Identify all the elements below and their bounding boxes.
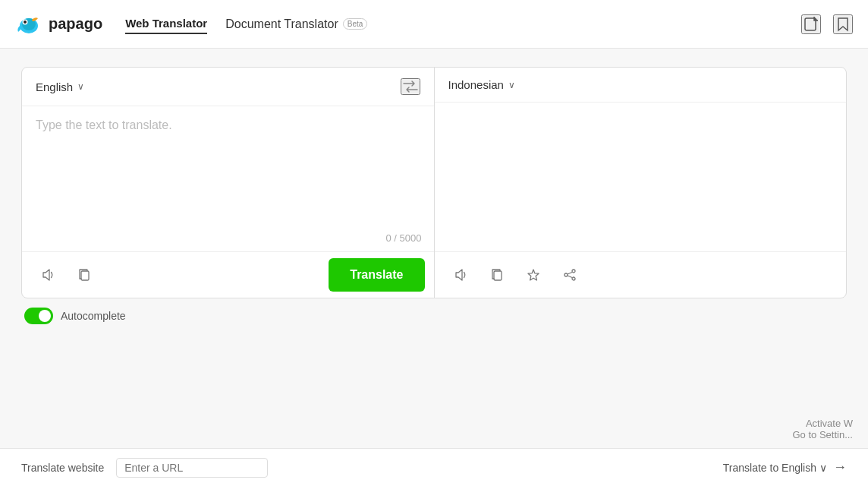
bottom-bar: Translate website Translate to English ∨… — [0, 448, 868, 486]
autocomplete-row: Autocomplete — [21, 298, 847, 324]
nav-web-translator[interactable]: Web Translator — [125, 14, 207, 34]
translator-container: English ∨ 0 / 5000 — [21, 67, 847, 298]
autocomplete-toggle[interactable] — [24, 308, 53, 324]
target-copy-icon — [489, 267, 505, 282]
target-panel: Indonesian ∨ — [435, 68, 847, 298]
swap-languages-button[interactable] — [401, 78, 420, 95]
autocomplete-label: Autocomplete — [61, 310, 126, 322]
source-language-selector[interactable]: English ∨ — [36, 80, 84, 93]
source-text-wrapper: 0 / 5000 — [22, 106, 434, 251]
papago-logo-icon — [15, 11, 42, 38]
char-count: 0 / 5000 — [386, 232, 422, 244]
svg-line-11 — [568, 276, 572, 278]
go-arrow-icon[interactable]: → — [833, 459, 847, 475]
target-copy-button[interactable] — [480, 258, 514, 292]
star-icon — [526, 267, 541, 282]
target-language-chevron: ∨ — [508, 80, 515, 90]
header: papago Web Translator Document Translato… — [0, 0, 868, 49]
translate-button[interactable]: Translate — [329, 258, 424, 292]
nav-document-translator[interactable]: Document Translator Beta — [225, 17, 367, 31]
activate-line1: Activate W — [793, 418, 854, 429]
target-speak-button[interactable] — [444, 258, 477, 292]
source-textarea[interactable] — [22, 106, 434, 251]
nav-document-translator-label: Document Translator — [225, 17, 338, 31]
target-speak-icon — [453, 267, 468, 282]
chevron-down-icon: ∨ — [819, 462, 827, 474]
swap-icon — [402, 80, 419, 93]
source-copy-button[interactable] — [68, 258, 101, 292]
svg-point-8 — [565, 273, 568, 276]
bookmark-icon — [835, 16, 851, 33]
main-nav: Web Translator Document Translator Beta — [125, 14, 367, 34]
target-star-button[interactable] — [517, 258, 550, 292]
target-share-button[interactable] — [553, 258, 587, 292]
share-button[interactable] — [801, 14, 821, 34]
svg-point-9 — [572, 277, 575, 280]
source-language-chevron: ∨ — [77, 81, 84, 92]
toggle-knob — [39, 310, 51, 322]
logo-text: papago — [49, 15, 102, 33]
source-toolbar: Translate — [22, 251, 434, 298]
source-language-label: English — [36, 80, 73, 93]
translate-to-english-button[interactable]: Translate to English ∨ — [723, 462, 827, 474]
beta-badge: Beta — [343, 18, 368, 30]
target-toolbar — [435, 251, 847, 298]
url-input[interactable] — [116, 458, 268, 478]
share-icon — [803, 16, 819, 33]
svg-rect-6 — [494, 271, 502, 280]
target-language-label: Indonesian — [448, 78, 504, 91]
source-panel: English ∨ 0 / 5000 — [22, 68, 435, 298]
target-language-selector[interactable]: Indonesian ∨ — [448, 78, 515, 91]
output-area — [435, 103, 847, 251]
target-share-icon — [562, 267, 577, 282]
main-content: English ∨ 0 / 5000 — [0, 49, 868, 486]
bookmark-button[interactable] — [833, 14, 853, 34]
svg-line-10 — [568, 273, 572, 275]
logo-area: papago — [15, 11, 102, 38]
translate-website-link[interactable]: Translate website — [21, 462, 104, 474]
speak-icon — [40, 267, 55, 282]
translate-to-english-label: Translate to English — [723, 462, 816, 474]
svg-point-3 — [24, 21, 27, 24]
header-right — [801, 14, 853, 34]
activate-line2: Go to Settin... — [793, 429, 854, 440]
svg-rect-5 — [81, 271, 89, 280]
target-lang-row: Indonesian ∨ — [435, 68, 847, 103]
source-speak-button[interactable] — [31, 258, 64, 292]
copy-icon — [77, 267, 92, 282]
svg-point-7 — [572, 270, 575, 273]
source-lang-row: English ∨ — [22, 68, 434, 106]
activate-watermark: Activate W Go to Settin... — [793, 418, 854, 440]
bottom-right: Translate to English ∨ → — [723, 459, 847, 475]
